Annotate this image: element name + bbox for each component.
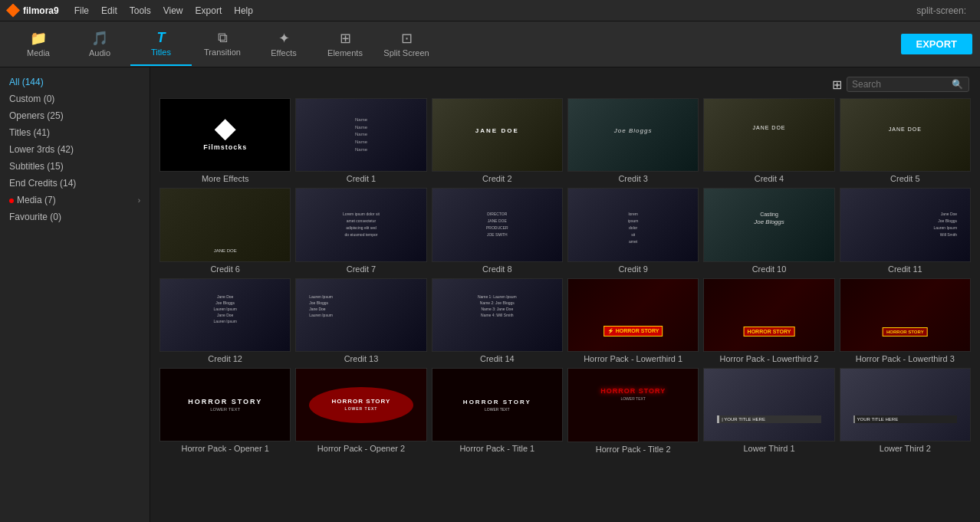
item-label: Credit 7 [295, 264, 426, 274]
credit1-text: NameNameNameNameName [296, 117, 426, 153]
sidebar-openers-label: Openers (25) [9, 110, 64, 121]
thumb-more-effects: Filmstocks [159, 98, 291, 172]
lower-third2-bar: YOUR TITLE HERE [853, 415, 957, 423]
item-label: Credit 14 [432, 354, 563, 363]
list-item[interactable]: HORROR STORY Horror Pack - Lowerthird 2 [703, 278, 834, 363]
sidebar-item-lower3rds[interactable]: Lower 3rds (42) [0, 141, 150, 158]
thumb-credit14: Name 1: Lauren IpsumName 2: Joe BloggsNa… [432, 278, 563, 352]
credit10-text: CastingJoe Bloggs [704, 211, 834, 227]
thumb-credit4: JANE DOE [703, 98, 834, 172]
list-item[interactable]: HORROR STORYLOWER TEXT Horror Pack - Ope… [295, 368, 426, 453]
items-grid: Filmstocks More Effects NameNameNameName… [156, 98, 974, 454]
credit7-text: Lorem ipsum dolor sitamet consecteturadi… [296, 211, 426, 238]
list-item[interactable]: Name 1: Lauren IpsumName 2: Joe BloggsNa… [432, 278, 563, 363]
toolbar-transition[interactable]: ⧉ Transition [192, 23, 253, 66]
menu-edit[interactable]: Edit [95, 0, 123, 21]
credit9-text: loremipsumdolorsitamet [568, 211, 698, 245]
item-label: More Effects [159, 174, 291, 183]
menu-tools[interactable]: Tools [123, 0, 157, 21]
list-item[interactable]: JANE DOE Credit 5 [840, 98, 971, 183]
menu-help[interactable]: Help [228, 0, 259, 21]
list-item[interactable]: Lorem ipsum dolor sitamet consecteturadi… [295, 188, 426, 273]
export-button[interactable]: EXPORT [901, 34, 972, 54]
lower-third1-bar: | YOUR TITLE HERE [717, 415, 821, 423]
toolbar-media[interactable]: 📁 Media [8, 23, 69, 66]
toolbar-audio[interactable]: 🎵 Audio [69, 23, 130, 66]
credit6-text: JANE DOE [160, 248, 290, 254]
sidebar-item-titles[interactable]: Titles (41) [0, 124, 150, 141]
menu-bar: filmora9 File Edit Tools View Export Hel… [0, 0, 980, 21]
list-item[interactable]: JANE DOE Credit 6 [159, 188, 291, 273]
search-icon: 🔍 [952, 79, 963, 90]
content-area: ⊞ 🔍 Filmstocks More Effects NameName [150, 67, 980, 522]
horror-opener2-text: HORROR STORYLOWER TEXT [332, 398, 391, 412]
credit12-text: Jane DoeJoe BloggsLauren IpsumJane DoeLa… [160, 294, 290, 324]
toolbar-titles[interactable]: T Titles [130, 23, 192, 66]
item-label: Credit 5 [840, 174, 971, 183]
toolbar-elements[interactable]: ⊞ Elements [314, 23, 376, 66]
elements-icon: ⊞ [340, 30, 351, 47]
list-item[interactable]: YOUR TITLE HERE Lower Third 2 [840, 368, 971, 453]
list-item[interactable]: | YOUR TITLE HERE Lower Third 1 [703, 368, 834, 453]
list-item[interactable]: Filmstocks More Effects [159, 98, 291, 183]
list-item[interactable]: CastingJoe Bloggs Credit 10 [703, 188, 834, 273]
list-item[interactable]: HORROR STORY Horror Pack - Lowerthird 3 [840, 278, 971, 363]
filmstocks-text: Filmstocks [203, 143, 247, 151]
list-item[interactable]: Jane DoeJoe BloggsLauren IpsumWill Smith… [840, 188, 971, 273]
list-item[interactable]: loremipsumdolorsitamet Credit 9 [567, 188, 699, 273]
list-item[interactable]: NameNameNameNameName Credit 1 [295, 98, 426, 183]
toolbar-split-screen[interactable]: ⊡ Split Screen [376, 23, 437, 66]
item-label: Horror Pack - Opener 2 [295, 444, 426, 453]
logo-icon [6, 4, 20, 18]
item-label: Horror Pack - Lowerthird 2 [703, 354, 834, 363]
list-item[interactable]: Jane DoeJoe BloggsLauren IpsumJane DoeLa… [159, 278, 291, 363]
search-input[interactable] [852, 79, 952, 90]
menu-view[interactable]: View [157, 0, 189, 21]
thumb-horror-lower2: HORROR STORY [703, 278, 834, 352]
sidebar-item-all[interactable]: All (144) [0, 74, 150, 90]
item-label: Credit 12 [159, 354, 291, 363]
item-label: Horror Pack - Title 1 [432, 444, 563, 453]
effects-icon: ✦ [278, 30, 290, 47]
thumb-horror-opener2: HORROR STORYLOWER TEXT [295, 368, 426, 442]
thumb-credit8: DIRECTORJANE DOEPRODUCERJOE SMITH [432, 188, 563, 261]
titles-icon: T [157, 30, 166, 46]
menu-export[interactable]: Export [189, 0, 229, 21]
sidebar-item-endcredits[interactable]: End Credits (14) [0, 175, 150, 192]
thumb-credit10: CastingJoe Bloggs [703, 188, 834, 261]
content-topbar: ⊞ 🔍 [156, 74, 974, 98]
list-item[interactable]: JANE DOE Credit 4 [703, 98, 834, 183]
menu-file[interactable]: File [68, 0, 95, 21]
grid-view-button[interactable]: ⊞ [832, 77, 842, 92]
list-item[interactable]: HORROR STORY LOWER TEXT Horror Pack - Ti… [567, 368, 699, 453]
sidebar-favourite-label: Favourite (0) [9, 212, 61, 222]
item-label: Horror Pack - Lowerthird 3 [840, 354, 971, 363]
item-label: Credit 6 [159, 264, 291, 274]
list-item[interactable]: Lauren IpsumJoe BloggsJane DoeLauren Ips… [295, 278, 426, 363]
item-label: Credit 9 [567, 264, 699, 274]
horror-opener2-bg: HORROR STORYLOWER TEXT [309, 387, 413, 423]
thumb-credit3: Joe Bloggs [567, 98, 699, 172]
sidebar-item-favourite[interactable]: Favourite (0) [0, 208, 150, 225]
list-item[interactable]: HORROR STORY LOWER TEXT Horror Pack - Op… [159, 368, 291, 453]
sidebar-item-openers[interactable]: Openers (25) [0, 107, 150, 124]
sidebar-subtitles-label: Subtitles (15) [9, 161, 64, 172]
list-item[interactable]: JANE DOE Credit 2 [432, 98, 563, 183]
list-item[interactable]: DIRECTORJANE DOEPRODUCERJOE SMITH Credit… [432, 188, 563, 273]
horror-badge3: HORROR STORY [883, 327, 928, 337]
app-name: filmora9 [23, 5, 59, 16]
list-item[interactable]: Joe Bloggs Credit 3 [567, 98, 699, 183]
list-item[interactable]: HORROR STORY LOWER TEXT Horror Pack - Ti… [432, 368, 563, 453]
sidebar-item-media[interactable]: Media (7) › [0, 192, 150, 208]
thumb-horror-opener1: HORROR STORY LOWER TEXT [159, 368, 291, 442]
sidebar-item-subtitles[interactable]: Subtitles (15) [0, 158, 150, 175]
thumb-credit9: loremipsumdolorsitamet [567, 188, 699, 261]
thumb-horror-title1: HORROR STORY LOWER TEXT [432, 368, 563, 442]
credit11-text: Jane DoeJoe BloggsLauren IpsumWill Smith [933, 211, 957, 238]
list-item[interactable]: ⚡ HORROR STORY Horror Pack - Lowerthird … [567, 278, 699, 363]
sidebar-titles-label: Titles (41) [9, 127, 50, 138]
horror-opener1-text: HORROR STORY LOWER TEXT [173, 398, 277, 412]
toolbar-effects[interactable]: ✦ Effects [253, 23, 314, 66]
thumb-credit6: JANE DOE [159, 188, 291, 261]
sidebar-item-custom[interactable]: Custom (0) [0, 90, 150, 107]
